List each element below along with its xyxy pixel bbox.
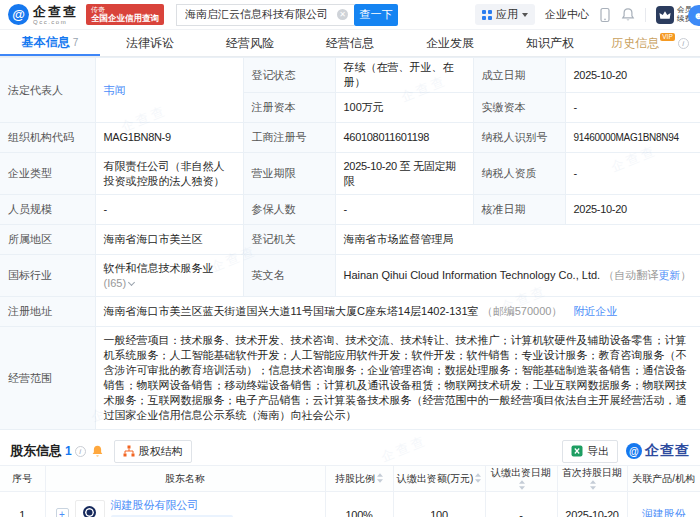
tab-legal-litigation[interactable]: 法律诉讼	[100, 30, 200, 56]
field-label: 注册资本	[243, 93, 335, 123]
auto-translate-note: （自动翻译	[603, 269, 658, 281]
chevron-down-icon	[128, 278, 135, 285]
apps-menu-button[interactable]: 应用	[475, 4, 535, 25]
update-translation-link[interactable]: 更新	[658, 269, 680, 281]
col-ratio[interactable]: 持股比例	[325, 466, 393, 492]
crown-icon	[656, 6, 674, 24]
shareholders-header: 股东信息 1 i 股权结构 导出 @	[0, 437, 700, 465]
member-center-link[interactable]: 企业中心	[545, 7, 589, 22]
tab-label: 经营风险	[226, 35, 274, 52]
info-icon[interactable]: i	[678, 38, 689, 49]
info-icon[interactable]: i	[75, 446, 86, 457]
search-input[interactable]	[176, 4, 354, 26]
field-label: 营业期限	[243, 153, 335, 195]
search-bar: ✕ 查一下	[176, 4, 398, 26]
field-label: 经营范围	[0, 327, 95, 430]
field-label: 法定代表人	[0, 58, 95, 123]
equity-structure-button[interactable]: 股权结构	[114, 440, 192, 463]
col-name: 股东名称	[45, 466, 325, 492]
col-date[interactable]: 认缴出资日期	[485, 466, 557, 492]
sort-icon	[519, 480, 525, 490]
brand-slogan-badge: 传奇 全国企业信用查询	[86, 4, 164, 24]
shareholder-name-cell: + 润建股份有限公司 润建股份（002929.SZ）	[46, 499, 325, 517]
amount-value: 100	[393, 492, 485, 517]
english-name-value: Hainan Qihui Cloud Information Technolog…	[344, 269, 601, 281]
col-no: 序号	[0, 466, 45, 492]
vip-renew-button[interactable]: 会员 续费	[656, 6, 692, 24]
tab-company-development[interactable]: 企业发展	[400, 30, 500, 56]
related-product-link[interactable]: 润建股份	[642, 508, 686, 517]
tab-label: 经营信息	[326, 35, 374, 52]
field-label: 实缴资本	[473, 93, 565, 123]
sort-icon	[475, 473, 481, 483]
search-button[interactable]: 查一下	[354, 4, 398, 26]
insured-count-value: -	[335, 195, 473, 225]
field-label: 登记机关	[243, 225, 335, 255]
taxpayer-id-value: 91460000MAG1BN8N94	[565, 123, 700, 153]
tab-history-info[interactable]: 历史信息 VIP i	[600, 30, 700, 56]
field-label: 参保人数	[243, 195, 335, 225]
legal-rep-link[interactable]: 韦闻	[104, 84, 126, 96]
top-header: @ 企查查 Qcc.com 传奇 全国企业信用查询 ✕ 查一下 应用 企业中心	[0, 0, 700, 30]
industry-code: (I65)	[104, 277, 127, 289]
col-amount[interactable]: 认缴出资额(万元)	[393, 466, 485, 492]
clear-search-icon[interactable]: ✕	[337, 9, 348, 20]
date-value: -	[485, 492, 557, 517]
tab-bar: 基本信息 7 法律诉讼 经营风险 经营信息 企业发展 知识产权 历史信息 VIP…	[0, 30, 700, 57]
tab-operating-risk[interactable]: 经营风险	[200, 30, 300, 56]
field-label: 纳税人识别号	[473, 123, 565, 153]
field-label: 英文名	[243, 255, 335, 297]
export-label: 导出	[587, 444, 609, 459]
industry-code-toggle[interactable]: (I65)	[104, 276, 235, 291]
est-date-value: 2025-10-20	[565, 58, 700, 93]
approval-date-value: 2025-10-20	[565, 195, 700, 225]
alert-bell-icon[interactable]	[91, 444, 104, 458]
field-label: 组织机构代码	[0, 123, 95, 153]
qcc-watermark-logo: @ 企查查	[626, 442, 690, 460]
expand-row-button[interactable]: +	[56, 508, 69, 517]
field-label: 核准日期	[473, 195, 565, 225]
industry-cell: 软件和信息技术服务业 (I65)	[95, 255, 243, 297]
tab-label: 企业发展	[426, 35, 474, 52]
shareholders-count: 1	[65, 444, 72, 458]
first-date-value: 2025-10-20	[557, 492, 627, 517]
notification-bell-icon[interactable]	[621, 7, 635, 22]
field-label: 工商注册号	[243, 123, 335, 153]
vip-badge: VIP	[660, 33, 674, 41]
org-chart-icon	[123, 445, 135, 457]
tab-label: 法律诉讼	[126, 35, 174, 52]
basic-info-table: 法定代表人 韦闻 登记状态 存续（在营、开业、在册） 成立日期 2025-10-…	[0, 57, 700, 430]
reg-authority-value: 海南省市场监督管理局	[335, 225, 700, 255]
tab-operating-info[interactable]: 经营信息	[300, 30, 400, 56]
field-label: 成立日期	[473, 58, 565, 93]
nearby-companies-link[interactable]: 附近企业	[573, 305, 617, 317]
col-first-date[interactable]: 首次持股日期	[557, 466, 627, 492]
reg-status-value: 存续（在营、开业、在册）	[335, 58, 473, 93]
qcc-company-page: 企查查 企查查 企查查 企查查 企查查 企查查 企查查 企查查 @ 企查查 Qc…	[0, 0, 700, 517]
table-header-row: 序号 股东名称 持股比例 认缴出资额(万元) 认缴出资日期 首次持股日期 关联产…	[0, 466, 700, 492]
field-label: 企业类型	[0, 153, 95, 195]
shareholders-title: 股东信息	[10, 442, 62, 460]
field-label: 国标行业	[0, 255, 95, 297]
equity-structure-label: 股权结构	[139, 444, 183, 459]
shareholder-name-link[interactable]: 润建股份有限公司	[111, 499, 233, 512]
tab-basic-info[interactable]: 基本信息 7	[0, 30, 100, 56]
region-value: 海南省海口市美兰区	[95, 225, 243, 255]
qcc-logo[interactable]: @ 企查查 Qcc.com 传奇 全国企业信用查询	[8, 4, 164, 25]
excel-icon	[571, 445, 583, 457]
tab-intellectual-property[interactable]: 知识产权	[500, 30, 600, 56]
badge-bottom-text: 全国企业信用查询	[91, 14, 159, 23]
tab-count: 7	[73, 37, 79, 48]
table-row: 1 + 润建股份有限公司 润建股份（002929.SZ） 100% 100 - …	[0, 492, 700, 517]
company-logo	[75, 500, 105, 517]
qcc-wordmark: 企查查	[645, 442, 690, 460]
mobile-phone-icon[interactable]	[599, 7, 611, 23]
sort-icon	[377, 473, 383, 483]
company-type-value: 有限责任公司（非自然人投资或控股的法人独资）	[95, 153, 243, 195]
field-label: 注册地址	[0, 297, 95, 327]
export-button[interactable]: 导出	[562, 440, 618, 463]
taxpayer-quality-value: -	[565, 153, 700, 195]
field-label: 纳税人资质	[473, 153, 565, 195]
col-related: 关联产品/机构	[627, 466, 700, 492]
row-no: 1	[0, 492, 45, 517]
